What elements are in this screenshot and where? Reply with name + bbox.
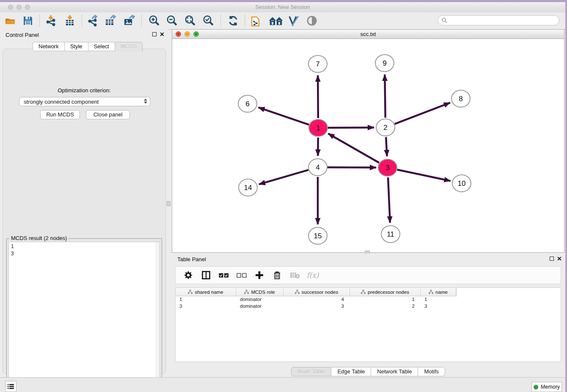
graph-edge-3-11[interactable] [388, 177, 390, 223]
graph-edge-3-1[interactable] [328, 133, 379, 163]
graph-node-3[interactable]: 3 [378, 159, 397, 176]
search-field[interactable] [438, 15, 559, 25]
graph-node-14[interactable]: 14 [239, 179, 257, 196]
apply-layout-button[interactable] [227, 14, 239, 27]
zoom-out-button[interactable] [165, 14, 178, 27]
graph-edge-3-10[interactable] [397, 170, 451, 181]
create-column-button[interactable] [254, 270, 264, 280]
column-header-successor-nodes[interactable]: successor nodes [284, 288, 350, 296]
table-settings-button[interactable] [183, 270, 193, 280]
import-table-button[interactable] [63, 14, 76, 27]
column-header-shared-name[interactable]: shared name [176, 288, 236, 296]
graph-node-6[interactable]: 6 [238, 95, 257, 112]
zoom-selected-button[interactable] [202, 14, 215, 27]
overview-button[interactable] [306, 14, 318, 27]
tab-edge-table[interactable]: Edge Table [331, 367, 371, 376]
trash-icon [273, 271, 281, 279]
export-image-button[interactable] [123, 14, 136, 27]
table-cell[interactable]: 1 [350, 296, 421, 303]
table-cell[interactable]: dominator [236, 296, 284, 303]
clone-network-button[interactable] [250, 14, 262, 27]
deselect-all-button[interactable] [237, 270, 247, 280]
zoom-in-button[interactable] [148, 14, 160, 27]
graph-edge-1-6[interactable] [259, 108, 309, 125]
dropdown-value: strongly connected component [24, 99, 99, 105]
tab-mcds[interactable]: MCDS [115, 42, 143, 52]
hierarchy-icon [188, 290, 193, 294]
close-table-panel-icon[interactable]: ✕ [557, 255, 562, 262]
table-cell[interactable]: 3 [421, 303, 456, 310]
zoom-out-icon [166, 15, 178, 27]
graph-node-2[interactable]: 2 [376, 119, 395, 136]
toolbar-separator [141, 15, 142, 27]
delete-column-button[interactable] [272, 270, 282, 280]
graph-edge-2-9[interactable] [385, 75, 385, 118]
network-window-title: scc.txt [172, 31, 564, 37]
delete-table-button[interactable] [290, 270, 300, 280]
graph-edge-1-2[interactable] [328, 127, 374, 128]
graph-edge-2-3[interactable] [386, 137, 387, 156]
float-panel-icon[interactable] [152, 32, 157, 36]
show-task-history-button[interactable] [5, 381, 17, 392]
table-row[interactable]: 3dominator323 [176, 303, 561, 310]
graph-node-11[interactable]: 11 [381, 226, 400, 243]
close-panel-icon[interactable]: ✕ [160, 31, 165, 38]
delete-table-icon [290, 272, 300, 279]
tab-style[interactable]: Style [65, 42, 88, 51]
select-all-button[interactable] [219, 270, 229, 280]
mcds-result-text[interactable]: 1 3 [8, 242, 160, 392]
houses-button[interactable] [268, 14, 284, 27]
open-session-button[interactable] [4, 14, 17, 27]
graph-edge-4-3[interactable] [328, 167, 376, 168]
panel-splitter-handle[interactable] [167, 201, 171, 206]
main-toolbar [0, 12, 565, 30]
network-window-titlebar: × − + scc.txt [172, 30, 564, 39]
table-row[interactable]: 1dominator411 [176, 296, 561, 303]
toolbar-separator [245, 15, 245, 27]
graph-edge-2-8[interactable] [394, 103, 450, 124]
tab-select[interactable]: Select [88, 42, 115, 51]
graph-node-10[interactable]: 10 [452, 175, 471, 192]
table-cell[interactable]: dominator [236, 303, 284, 310]
table-cell[interactable]: 3 [284, 303, 350, 310]
tab-network[interactable]: Network [33, 42, 65, 51]
column-header-name[interactable]: name [421, 288, 456, 296]
graph-edge-4-14[interactable] [259, 170, 308, 184]
import-network-button[interactable] [45, 14, 58, 27]
tab-node-table[interactable]: Node Table [291, 367, 332, 376]
table-cell[interactable]: 1 [421, 296, 456, 303]
houses-icon [269, 16, 283, 26]
graph-node-9[interactable]: 9 [375, 55, 394, 72]
table-cell[interactable]: 3 [176, 303, 236, 310]
graph-node-15[interactable]: 15 [308, 227, 327, 244]
status-bar: Memory [0, 377, 565, 392]
graph-node-1[interactable]: 1 [309, 119, 328, 136]
graph-node-7[interactable]: 7 [308, 55, 327, 72]
column-header-MCDS-role[interactable]: MCDS role [236, 288, 284, 296]
table-cell[interactable]: 2 [350, 303, 421, 310]
graph-node-8[interactable]: 8 [451, 90, 470, 107]
split-panel-button[interactable] [201, 270, 211, 280]
table-cell[interactable]: 4 [284, 296, 350, 303]
save-session-button[interactable] [22, 14, 34, 27]
result-scrollbar[interactable] [155, 242, 160, 392]
memory-button[interactable]: Memory [531, 382, 562, 392]
graph-node-4[interactable]: 4 [308, 159, 327, 176]
export-table-button[interactable] [105, 14, 117, 27]
optimization-criterion-dropdown[interactable]: strongly connected component [19, 97, 150, 106]
tab-network-table[interactable]: Network Table [371, 367, 418, 376]
svg-text:4: 4 [316, 163, 319, 171]
graph-edge-1-7[interactable] [318, 75, 318, 118]
run-mcds-button[interactable]: Run MCDS [40, 110, 80, 119]
toggle-graphics-details-button[interactable] [287, 14, 300, 27]
close-panel-button[interactable]: Close panel [86, 110, 130, 119]
tab-motifs[interactable]: Motifs [418, 367, 445, 376]
network-canvas[interactable]: 1234678910111415 [172, 39, 564, 252]
hierarchy-icon [295, 290, 300, 294]
apply-function-button[interactable]: f(x) [308, 270, 318, 280]
zoom-fit-button[interactable] [184, 14, 196, 27]
export-network-button[interactable] [87, 14, 99, 27]
float-table-panel-icon[interactable] [550, 257, 554, 261]
table-cell[interactable]: 1 [176, 296, 236, 303]
column-header-predecessor-nodes[interactable]: predecessor nodes [350, 288, 421, 296]
